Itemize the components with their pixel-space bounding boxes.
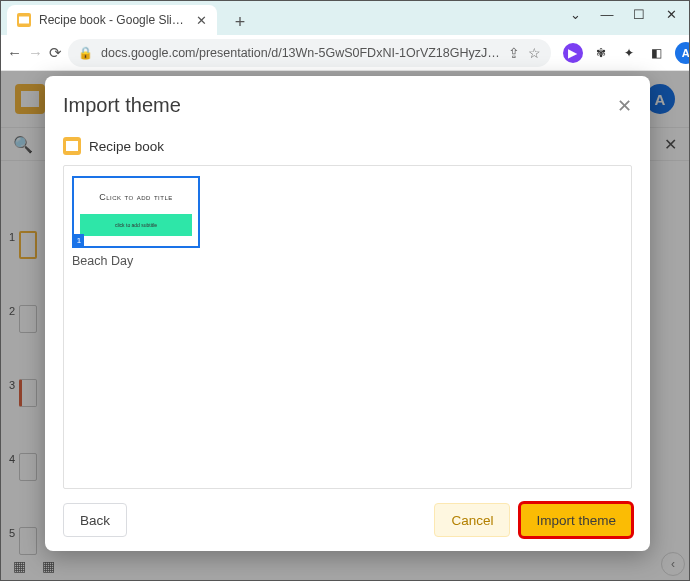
back-button[interactable]: ← bbox=[7, 40, 22, 66]
forward-button: → bbox=[28, 40, 43, 66]
extension-paw-icon[interactable]: ✾ bbox=[591, 43, 611, 63]
slides-favicon bbox=[17, 13, 31, 27]
back-button[interactable]: Back bbox=[63, 503, 127, 537]
import-theme-dialog: Import theme ✕ Recipe book Click to add … bbox=[45, 76, 650, 551]
profile-avatar[interactable]: A bbox=[675, 42, 690, 64]
thumb-title-placeholder: Click to add title bbox=[74, 192, 198, 202]
reload-button[interactable]: ⟳ bbox=[49, 40, 62, 66]
dialog-close-button[interactable]: ✕ bbox=[617, 95, 632, 117]
source-presentation-name: Recipe book bbox=[89, 139, 164, 154]
tab-close-icon[interactable]: ✕ bbox=[196, 13, 207, 28]
browser-tab[interactable]: Recipe book - Google Slides ✕ bbox=[7, 5, 217, 35]
dialog-title: Import theme bbox=[63, 94, 181, 117]
maximize-button[interactable]: ☐ bbox=[625, 3, 653, 25]
slides-file-icon bbox=[63, 137, 81, 155]
dialog-footer: Back Cancel Import theme bbox=[63, 503, 632, 537]
bookmark-icon[interactable]: ☆ bbox=[528, 45, 541, 61]
browser-toolbar: ← → ⟳ 🔒 docs.google.com/presentation/d/1… bbox=[1, 35, 689, 71]
address-bar[interactable]: 🔒 docs.google.com/presentation/d/13Wn-5G… bbox=[68, 39, 551, 67]
extensions-area: ▶ ✾ ✦ ◧ A ⋮ bbox=[557, 40, 690, 66]
tab-title: Recipe book - Google Slides bbox=[39, 13, 188, 27]
source-presentation-row: Recipe book bbox=[63, 137, 632, 155]
browser-tabstrip: Recipe book - Google Slides ✕ + ⌄ — ☐ ✕ bbox=[1, 1, 689, 35]
theme-card-beach-day[interactable]: Click to add title click to add subtitle… bbox=[72, 176, 200, 268]
theme-name-label: Beach Day bbox=[72, 254, 200, 268]
extension-square-icon[interactable]: ◧ bbox=[647, 43, 667, 63]
window-controls: ⌄ — ☐ ✕ bbox=[561, 3, 685, 25]
thumb-subtitle-placeholder: click to add subtitle bbox=[80, 214, 192, 236]
url-text: docs.google.com/presentation/d/13Wn-5GwS… bbox=[101, 46, 500, 60]
share-icon[interactable]: ⇪ bbox=[508, 45, 520, 61]
minimize-button[interactable]: — bbox=[593, 3, 621, 25]
theme-thumbnail: Click to add title click to add subtitle… bbox=[72, 176, 200, 248]
thumb-page-badge: 1 bbox=[74, 234, 84, 246]
cancel-button[interactable]: Cancel bbox=[434, 503, 510, 537]
extensions-puzzle-icon[interactable]: ✦ bbox=[619, 43, 639, 63]
import-theme-button[interactable]: Import theme bbox=[520, 503, 632, 537]
chevron-down-icon[interactable]: ⌄ bbox=[561, 3, 589, 25]
close-window-button[interactable]: ✕ bbox=[657, 3, 685, 25]
lock-icon: 🔒 bbox=[78, 46, 93, 60]
theme-list: Click to add title click to add subtitle… bbox=[63, 165, 632, 489]
extension-play-icon[interactable]: ▶ bbox=[563, 43, 583, 63]
new-tab-button[interactable]: + bbox=[227, 9, 253, 35]
